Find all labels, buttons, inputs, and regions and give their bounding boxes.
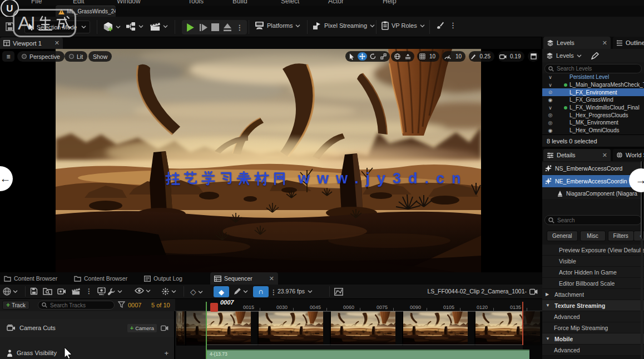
filmstrip-thumbnail[interactable]	[259, 311, 331, 346]
grid-snap-value[interactable]: 10	[427, 53, 438, 59]
close-icon[interactable]: ✕	[602, 152, 607, 158]
level-visibility-icon[interactable]: ◉	[547, 128, 554, 133]
level-row[interactable]: ∨ L_Main_NiagaraMeshCheck_Tut	[542, 81, 644, 89]
pixel-streaming-dropdown[interactable]: Pixel Streaming	[313, 21, 375, 30]
level-visibility-icon[interactable]: ∨	[547, 82, 554, 88]
level-row[interactable]: ◎ L_MK_Environment	[542, 119, 644, 127]
details-search-input[interactable]: Search	[544, 215, 642, 225]
level-row[interactable]: ◎ L_Hex_ProgressClouds	[542, 111, 644, 119]
level-visibility-icon[interactable]: ∨	[547, 74, 554, 80]
fps-dropdown[interactable]: 23.976 fps	[278, 288, 313, 295]
playback-end-marker[interactable]	[522, 302, 523, 345]
property-row[interactable]: Advanced	[542, 311, 644, 322]
view-options-dropdown[interactable]	[135, 287, 151, 294]
brush-icon[interactable]	[436, 21, 444, 29]
level-row[interactable]: ∨ L_FX_WindmillsCloud_Final	[542, 104, 644, 112]
keyframe-options-dropdown[interactable]: ◇	[190, 287, 203, 296]
level-row[interactable]: ◉ L_Hex_OmniClouds	[542, 127, 644, 134]
property-row[interactable]: ▼ Texture Streaming	[542, 300, 644, 311]
add-track-button[interactable]: + Track	[2, 301, 29, 310]
levels-search-input[interactable]: Search Levels	[544, 64, 642, 73]
menu-item[interactable]: Edit	[73, 0, 85, 5]
perspective-dropdown[interactable]: Perspective	[17, 51, 65, 62]
tab-details[interactable]: Details ✕	[543, 149, 611, 161]
property-row[interactable]: Preview Exposure (View Defaults)	[542, 245, 644, 256]
menu-item[interactable]: File	[31, 0, 42, 5]
level-row[interactable]: ◉ L_FX_GrassWind	[542, 96, 644, 104]
cinematics-button[interactable]	[150, 22, 168, 31]
bottom-tab[interactable]: Content Browser ✕	[70, 272, 138, 285]
rotation-snap-value[interactable]: 10	[453, 53, 464, 59]
details-component-row[interactable]: NiagaraComponent (Niagara	[542, 188, 644, 199]
find-in-content-browser-icon[interactable]	[43, 287, 52, 295]
level-visibility-icon[interactable]: ◎	[547, 120, 554, 126]
filmstrip-thumbnail[interactable]	[331, 311, 403, 346]
level-row[interactable]: ∨ Persistent Level	[542, 73, 644, 81]
viewport-tab[interactable]: Viewport 1 ✕	[0, 37, 63, 49]
grid-snap-icon[interactable]	[419, 52, 426, 61]
sequencer-kebab-icon[interactable]: ⋮	[86, 287, 92, 295]
property-row[interactable]: Visible	[542, 256, 644, 267]
viewport-options-button[interactable]: ≡	[2, 51, 14, 62]
camera-speed-icon[interactable]	[499, 52, 507, 61]
stop-icon[interactable]	[211, 23, 219, 31]
property-row[interactable]: Force Mip Streaming	[542, 322, 644, 333]
sequencer-settings-dropdown[interactable]	[107, 287, 122, 296]
menu-item[interactable]: Build	[232, 0, 247, 5]
close-icon[interactable]: ✕	[269, 276, 274, 282]
tab-world-settings[interactable]: World Settings	[613, 149, 644, 161]
tab-outliner[interactable]: Outliner	[613, 37, 644, 49]
close-icon[interactable]: ✕	[55, 40, 60, 46]
create-camera-icon[interactable]	[71, 287, 81, 295]
current-frame-value[interactable]: 0007	[128, 302, 141, 308]
auto-key-button[interactable]: ◆	[214, 286, 229, 297]
add-camera-button[interactable]: + Camera	[127, 324, 157, 332]
details-filter-button[interactable]: Misc	[580, 231, 606, 241]
bottom-tab[interactable]: Content Browser ✕	[0, 272, 68, 285]
play-icon[interactable]	[186, 23, 195, 32]
menu-item[interactable]: Actor	[328, 0, 344, 5]
play-options-kebab-icon[interactable]: ⋮	[236, 23, 243, 32]
filmstrip-thumbnail[interactable]	[403, 311, 475, 346]
close-icon[interactable]: ✕	[602, 40, 607, 46]
menu-item[interactable]: Tools	[188, 0, 204, 5]
levels-dropdown-label[interactable]: Levels	[556, 52, 574, 59]
camera-lock-icon[interactable]	[529, 288, 538, 295]
filter-icon[interactable]	[118, 301, 125, 308]
menu-item[interactable]: Help	[383, 0, 397, 5]
vp-roles-dropdown[interactable]: VP Roles	[382, 21, 425, 30]
camera-speed-value[interactable]: 0.19	[508, 53, 523, 59]
edit-options-dropdown[interactable]	[234, 287, 248, 295]
level-visibility-icon[interactable]: ◉	[547, 97, 554, 103]
surface-snap-button[interactable]	[403, 52, 413, 61]
skip-ahead-icon[interactable]	[199, 23, 208, 32]
details-filter-button[interactable]: General	[547, 231, 578, 241]
expander-icon[interactable]: ▼	[546, 303, 551, 308]
move-tool-button[interactable]	[358, 52, 367, 61]
platforms-dropdown[interactable]: Platforms	[255, 21, 300, 30]
scale-tool-button[interactable]	[379, 52, 388, 61]
world-local-toggle[interactable]	[393, 52, 402, 61]
snap-button[interactable]: ∩	[253, 286, 269, 297]
level-row[interactable]: ⊘ L_FX_Environment	[542, 88, 644, 96]
lit-dropdown[interactable]: Lit	[65, 51, 87, 62]
edit-level-icon[interactable]	[591, 52, 600, 59]
camera-cuts-filmstrip[interactable]	[176, 311, 542, 346]
rotate-tool-button[interactable]	[368, 52, 378, 61]
expander-icon[interactable]: ▼	[546, 336, 551, 341]
camera-cuts-track[interactable]: Camera Cuts + Camera	[0, 319, 174, 337]
maximize-viewport-icon[interactable]	[531, 53, 537, 59]
tab-levels[interactable]: Levels ✕	[543, 37, 611, 49]
details-filter-button[interactable]: Filters	[608, 231, 634, 241]
sequence-browse-dropdown[interactable]	[3, 287, 18, 296]
take-recorder-icon[interactable]	[97, 287, 106, 295]
bottom-tab[interactable]: Output Log ✕	[140, 272, 208, 285]
viewport-3d[interactable]: ≡ Perspective Lit Show 10 10	[0, 49, 542, 272]
scale-snap-value[interactable]: 0.25	[478, 53, 493, 59]
camera-lock-small-icon[interactable]	[161, 325, 169, 331]
level-visibility-icon[interactable]: ∨	[547, 105, 554, 111]
level-visibility-icon[interactable]: ⊘	[547, 89, 554, 95]
expander-icon[interactable]: ▶	[546, 292, 551, 297]
misc-tools-kebab-icon[interactable]: ⋮	[449, 21, 457, 29]
bottom-tab[interactable]: Sequencer ✕	[210, 272, 278, 285]
